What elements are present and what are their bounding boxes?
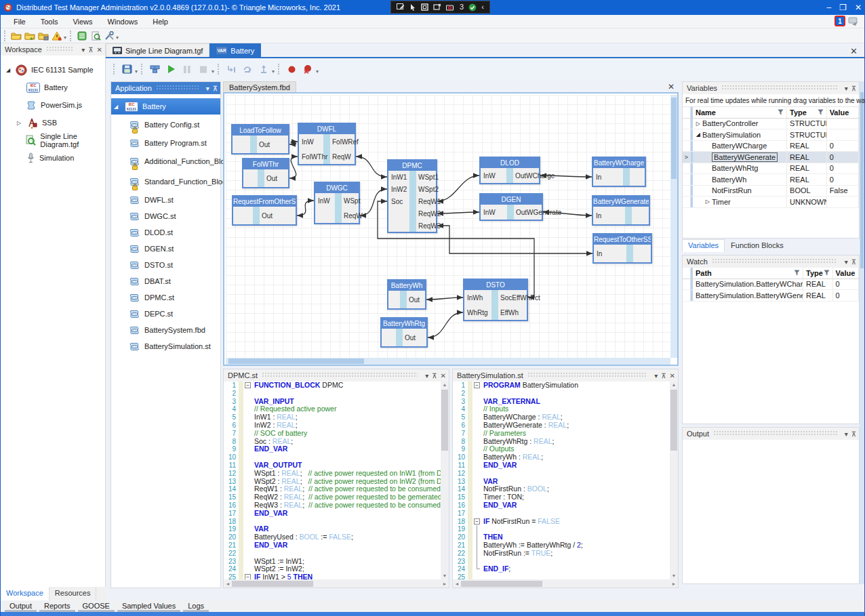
wire-dwfl.reqw-to-dpmc.inw1[interactable]	[356, 157, 387, 177]
column-header-path[interactable]: Path	[693, 268, 803, 279]
port-inw2[interactable]: InW2	[391, 186, 407, 193]
watch-row[interactable]: BatterySimulation.BatteryWChargeREAL0	[683, 279, 859, 291]
close-icon[interactable]: ✕	[97, 46, 102, 54]
workspace-item-ssb[interactable]: ▷SSB	[1, 114, 105, 131]
application-item-additional-function-blocks-st[interactable]: VARAdditional_Function_Blocks.st	[111, 151, 220, 171]
variable-row-batterywhrtg[interactable]: BatteryWhRtgREAL0	[683, 163, 859, 175]
chevron-down-icon[interactable]: ▾	[81, 46, 85, 54]
close-icon[interactable]: ✕	[441, 372, 446, 379]
open-folder-button[interactable]	[9, 30, 23, 42]
application-item-batterysimulation-st[interactable]: VARBatterySimulation.st	[111, 338, 220, 354]
step-over-button[interactable]	[239, 62, 256, 77]
workspace-item-battery[interactable]: IEC61131Battery	[1, 79, 105, 96]
pin-icon[interactable]: ⊼	[432, 372, 437, 379]
port-out[interactable]: Out	[405, 334, 416, 342]
right-dock-scrollbar[interactable]	[860, 81, 864, 584]
port-reqw[interactable]: ReqW	[332, 153, 351, 161]
remote-display-icon[interactable]	[848, 16, 859, 26]
wire-requestfromotherss.out-to-dwgc.inw[interactable]	[297, 201, 314, 215]
fbd-block-loadtofollow[interactable]: LoadToFollowOut	[231, 124, 289, 155]
application-item-depc-st[interactable]: VARDEPC.st	[111, 306, 220, 322]
expander-icon[interactable]: ◢	[114, 104, 121, 110]
code-area[interactable]: 1−FUNCTION_BLOCK DPMC23VAR_INPUT4// Requ…	[224, 382, 449, 579]
pause-button[interactable]	[179, 62, 195, 77]
stop-button[interactable]	[195, 62, 212, 77]
port-inw[interactable]: InW	[318, 197, 330, 205]
pin-icon[interactable]: ⊼	[851, 85, 856, 92]
fold-toggle[interactable]: −	[474, 382, 480, 388]
application-item-dwgc-st[interactable]: VARDWGC.st	[111, 208, 220, 224]
menu-item-tools[interactable]: Tools	[33, 16, 66, 27]
fbd-close-icon[interactable]: ✕	[668, 82, 675, 91]
find-doc-button[interactable]	[89, 30, 102, 42]
toolbar-overflow-chevron[interactable]: ▾	[116, 35, 119, 41]
bottom-tab-reports[interactable]: Reports	[39, 601, 75, 612]
fold-toggle[interactable]: −	[245, 382, 251, 388]
notification-badge[interactable]: 1	[834, 16, 845, 26]
variable-row-notfirstrun[interactable]: NotFirstRunBOOLFalse	[683, 186, 859, 197]
port-soc[interactable]: Soc	[391, 198, 403, 205]
column-header-value[interactable]: Value	[833, 268, 859, 279]
chevron-down-icon[interactable]: ▾	[845, 85, 848, 92]
column-header-type[interactable]: Type	[787, 107, 827, 118]
chevron-down-icon[interactable]: ▾	[845, 258, 848, 266]
port-out[interactable]: Out	[259, 141, 270, 148]
application-item-dsto-st[interactable]: VARDSTO.st	[111, 257, 220, 273]
breakpoint-button[interactable]	[283, 62, 300, 77]
alert-button[interactable]	[50, 30, 64, 42]
import-folder-button[interactable]	[23, 30, 37, 42]
tools-button[interactable]	[102, 30, 116, 42]
bottom-tab-output[interactable]: Output	[5, 601, 37, 612]
step-out-button[interactable]	[256, 62, 272, 77]
fbd-block-batterywh[interactable]: BatteryWhOut	[387, 279, 426, 310]
tab-function-blocks[interactable]: Function Blocks	[725, 239, 790, 252]
fbd-block-requestfromotherss[interactable]: RequestFromOtherSSOut	[232, 195, 297, 226]
filter-funnel-icon[interactable]	[778, 109, 784, 115]
wire-dpmc.reqw2-to-dgen.inw[interactable]	[437, 212, 479, 213]
port-outwgenerate[interactable]: OutWGenerate	[516, 209, 561, 216]
maximize-button[interactable]: ❒	[839, 3, 847, 12]
application-item-battery-program-st[interactable]: VARBattery Program.st	[111, 135, 220, 151]
capture-overlay-toolbar[interactable]: 3‹	[390, 1, 490, 14]
wire-dpmc.reqw3-to-requesttootherss.in[interactable]	[437, 226, 592, 253]
watch-row[interactable]: BatterySimulation.BatteryWGenerateREAL0	[683, 290, 859, 302]
pin-icon[interactable]: ⊼	[661, 372, 666, 379]
port-inw[interactable]: InW	[302, 138, 314, 146]
fbd-block-dwgc[interactable]: DWGCInWWSptReqW	[314, 182, 360, 224]
application-item-dgen-st[interactable]: VARDGEN.st	[111, 241, 220, 257]
fbd-block-folwthr[interactable]: FolWThrOut	[242, 158, 289, 188]
chevron-down-icon[interactable]: ▾	[654, 372, 658, 379]
camera-icon[interactable]	[446, 4, 455, 11]
variable-row-batterywh[interactable]: BatteryWhREAL0	[683, 174, 859, 186]
application-item-battery[interactable]: ◢IEC61131Battery	[111, 98, 220, 115]
filter-funnel-icon[interactable]	[818, 109, 824, 115]
workspace-item-single-line-diagram-tgf[interactable]: Single Line Diagram.tgf	[1, 131, 105, 149]
fbd-block-batterywcharge[interactable]: BatteryWChargeIn	[592, 157, 646, 187]
port-soceffwhpct[interactable]: SocEffWhPct	[500, 294, 540, 302]
fbd-block-batterywgenerate[interactable]: BatteryWGenerateIn	[592, 195, 650, 226]
green-list-button[interactable]	[75, 30, 89, 42]
close-button[interactable]: ✕	[855, 3, 862, 12]
variable-row-batterywgenerate[interactable]: >BatteryWGenerateREAL0	[683, 152, 859, 163]
application-item-batterysystem-fbd[interactable]: VARBatterySystem.fbd	[111, 322, 220, 338]
fbd-block-requesttootherss[interactable]: RequestToOtherSSIn	[592, 233, 652, 264]
fbd-block-dwfl[interactable]: DWFLInWFolWRefFolWThrReqW	[298, 123, 356, 165]
port-in[interactable]: In	[596, 212, 601, 220]
port-whrtg[interactable]: WhRtg	[467, 309, 488, 316]
fbd-block-batterywhrtg[interactable]: BatteryWhRtgOut	[380, 317, 428, 348]
workspace-item-powersim-js[interactable]: PowerSim.js	[1, 96, 105, 114]
port-wspt1[interactable]: WSpt1	[418, 173, 439, 181]
menu-item-file[interactable]: File	[6, 16, 33, 27]
variable-row-timer[interactable]: ▷TimerUNKNOWN	[683, 197, 859, 208]
tab-variables[interactable]: Variables	[682, 239, 725, 252]
wire-batterywh.out-to-dsto.inwh[interactable]	[426, 297, 463, 300]
port-reqw3[interactable]: ReqW3	[418, 222, 441, 230]
fold-toggle[interactable]: −	[245, 574, 251, 579]
variable-row-batterysimulation[interactable]: ◢BatterySimulationSTRUCTURE	[683, 129, 859, 141]
fbd-horizontal-scrollbar[interactable]	[226, 358, 670, 365]
menu-item-views[interactable]: Views	[65, 16, 100, 27]
pin-icon[interactable]: ⊼	[851, 258, 856, 266]
menu-item-windows[interactable]: Windows	[100, 16, 146, 27]
column-header-value[interactable]: Value	[827, 107, 859, 118]
step-into-button[interactable]	[223, 62, 239, 77]
